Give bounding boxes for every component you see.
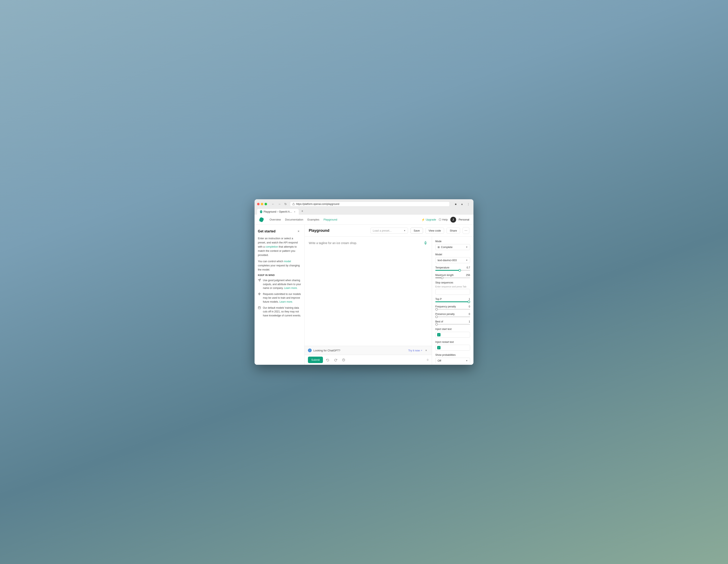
inject-start-input[interactable]: ✓ <box>435 332 470 338</box>
playground-title: Playground <box>309 228 368 233</box>
help-circle-icon: ⓘ <box>439 218 441 222</box>
lightning-icon <box>258 292 261 296</box>
lock-icon <box>292 203 295 205</box>
playground-body: i Looking for ChatGPT? Try it now ↗ × Su… <box>305 237 473 365</box>
nav-playground[interactable]: Playground <box>324 217 337 222</box>
playground-main: i Looking for ChatGPT? Try it now ↗ × Su… <box>305 237 432 365</box>
minimize-window-button[interactable] <box>261 203 263 205</box>
playground-textarea[interactable] <box>305 237 432 346</box>
back-button[interactable]: ← <box>270 201 276 207</box>
learn-more-link-1[interactable]: Learn more. <box>284 287 298 290</box>
stop-sequences-section: Stop sequences Enter sequence and press … <box>435 281 470 295</box>
view-code-button[interactable]: View code <box>426 228 444 234</box>
new-tab-button[interactable]: + <box>300 208 305 214</box>
history-button[interactable] <box>340 357 347 363</box>
tab-close-button[interactable]: × <box>294 210 296 213</box>
inject-start-checkbox[interactable]: ✓ <box>437 333 441 336</box>
browser-tabs: ✦ Playground – OpenAI API – htt... × + <box>257 208 471 215</box>
forward-button[interactable]: → <box>277 201 282 207</box>
best-of-label: Best of <box>435 320 443 323</box>
save-button[interactable]: Save <box>410 228 423 234</box>
temperature-slider[interactable] <box>435 270 470 271</box>
learn-more-link-2[interactable]: Learn more. <box>279 300 293 303</box>
fullscreen-window-button[interactable] <box>265 203 267 205</box>
address-bar[interactable]: https://platform.openai.com/playground <box>290 202 450 207</box>
info-icon: i <box>308 348 312 352</box>
show-prob-value: Off <box>438 359 441 362</box>
top-p-value: 1 <box>469 298 470 301</box>
redo-button[interactable] <box>333 357 339 363</box>
sidebar-intro-text: Enter an instruction or select a preset,… <box>258 236 301 257</box>
top-p-slider[interactable] <box>435 301 470 302</box>
sidebar-model-text: You can control which model completes yo… <box>258 259 301 272</box>
nav-documentation[interactable]: Documentation <box>285 217 303 222</box>
nav-examples[interactable]: Examples <box>308 217 319 222</box>
reload-button[interactable]: ↻ <box>283 201 288 207</box>
upgrade-button[interactable]: ⚡ Upgrade <box>421 218 436 221</box>
user-label[interactable]: Personal <box>459 218 469 221</box>
best-of-slider[interactable] <box>435 324 470 325</box>
app-logo[interactable] <box>259 217 265 223</box>
stop-sequences-input[interactable] <box>435 289 470 295</box>
sidebar-close-button[interactable]: × <box>296 229 301 234</box>
presence-penalty-label: Presence penalty <box>435 313 455 316</box>
extensions-icon[interactable]: ■ <box>453 201 458 207</box>
user-avatar[interactable]: J <box>450 217 456 223</box>
chatgpt-banner-text: Looking for ChatGPT? <box>313 349 407 352</box>
model-link[interactable]: model <box>284 260 291 263</box>
completion-link[interactable]: completion <box>265 245 278 248</box>
chevron-down-icon: ▼ <box>404 229 406 232</box>
share-button[interactable]: Share <box>447 228 460 234</box>
chatgpt-banner: i Looking for ChatGPT? Try it now ↗ × <box>305 346 432 355</box>
preset-dropdown[interactable]: Load a preset... ▼ <box>370 228 408 234</box>
inject-restart-section: Inject restart text ✓ <box>435 341 470 351</box>
top-p-section: Top P 1 <box>435 298 470 302</box>
external-link-icon: ↗ <box>420 349 422 352</box>
sidebar-title: Get started <box>258 229 275 233</box>
list-item: Requests submitted to our models may be … <box>258 292 301 304</box>
sidebar-header: Get started × <box>258 229 301 234</box>
user-initial: J <box>452 218 454 221</box>
inject-restart-checkbox[interactable]: ✓ <box>437 346 441 349</box>
close-window-button[interactable] <box>257 203 260 205</box>
inject-restart-input[interactable]: ✓ <box>435 345 470 351</box>
show-prob-label: Show probabilities <box>435 353 470 356</box>
keep-in-mind-label: KEEP IN MIND <box>258 274 301 276</box>
inject-start-section: Inject start text ✓ <box>435 328 470 338</box>
best-of-value: 1 <box>469 320 470 323</box>
mode-dropdown[interactable]: ⊞ Complete ▼ <box>435 244 470 250</box>
mode-section: Mode ⊞ Complete ▼ <box>435 240 470 250</box>
active-tab[interactable]: ✦ Playground – OpenAI API – htt... × <box>257 209 299 215</box>
microphone-icon[interactable] <box>423 240 428 246</box>
best-of-section: Best of 1 <box>435 320 470 325</box>
svg-rect-0 <box>293 204 295 205</box>
inject-start-label: Inject start text <box>435 328 470 331</box>
sidebar-list-text-1: Use good judgment when sharing outputs, … <box>263 278 301 290</box>
upgrade-icon: ⚡ <box>421 218 425 221</box>
frequency-penalty-slider[interactable] <box>435 309 470 310</box>
undo-button[interactable] <box>325 357 331 363</box>
frequency-penalty-section: Frequency penalty 0 <box>435 305 470 310</box>
try-now-text: Try it now <box>408 349 420 352</box>
submit-button[interactable]: Submit <box>308 357 323 363</box>
max-length-slider[interactable] <box>435 277 470 278</box>
nav-links: Overview Documentation Examples Playgrou… <box>270 217 416 222</box>
more-options-icon[interactable]: ⋮ <box>466 201 471 207</box>
show-prob-dropdown[interactable]: Off ▼ <box>435 358 470 364</box>
chevron-down-icon: ▼ <box>466 360 468 362</box>
temperature-value: 0.7 <box>467 266 470 269</box>
try-now-link[interactable]: Try it now ↗ <box>408 349 422 352</box>
chevron-down-icon: ▼ <box>466 259 468 261</box>
model-section: Model text-davinci-003 ▼ <box>435 253 470 263</box>
banner-close-button[interactable]: × <box>424 348 428 353</box>
text-area-container <box>305 237 432 346</box>
profile-icon[interactable]: ♠ <box>459 201 465 207</box>
model-dropdown[interactable]: text-davinci-003 ▼ <box>435 257 470 263</box>
help-button[interactable]: ⓘ Help <box>439 218 448 222</box>
stop-sequences-hint: Enter sequence and press Tab <box>435 285 470 288</box>
list-item: Our default models' training data cuts o… <box>258 306 301 318</box>
more-options-button[interactable]: ⋯ <box>463 227 469 234</box>
frequency-penalty-value: 0 <box>469 305 470 308</box>
nav-overview[interactable]: Overview <box>270 217 281 222</box>
presence-penalty-slider[interactable] <box>435 316 470 317</box>
